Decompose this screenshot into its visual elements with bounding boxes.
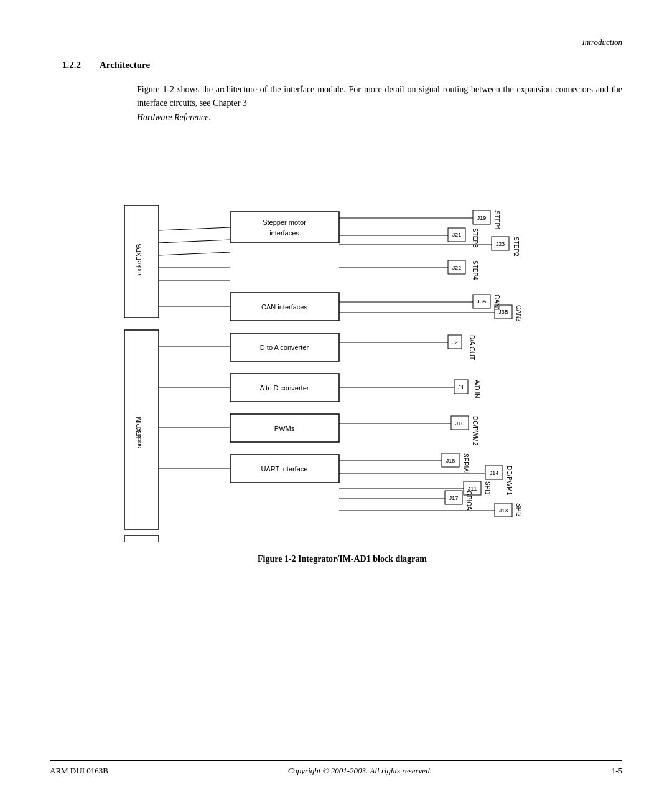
svg-text:socket: socket (136, 430, 142, 448)
svg-text:interfaces: interfaces (269, 229, 299, 237)
page-footer: ARM DUI 0163B Copyright © 2001-2003. All… (50, 760, 622, 776)
section-heading: 1.2.2 Architecture (62, 60, 622, 70)
svg-text:J21: J21 (452, 232, 462, 238)
svg-text:J17: J17 (449, 495, 459, 501)
block-diagram: .diag-text { font-family: Arial, sans-se… (100, 143, 622, 542)
svg-text:A/D IN: A/D IN (474, 380, 480, 398)
svg-text:J1: J1 (458, 384, 464, 390)
svg-text:J14: J14 (490, 470, 499, 476)
section-title: Architecture (100, 60, 150, 70)
svg-text:PWMs: PWMs (274, 425, 295, 432)
svg-text:Stepper motor: Stepper motor (263, 219, 306, 226)
svg-text:J19: J19 (477, 215, 487, 221)
footer-left: ARM DUI 0163B (50, 766, 108, 776)
svg-line-8 (159, 252, 230, 255)
svg-text:SERIAL: SERIAL (462, 453, 469, 476)
svg-text:socket: socket (136, 259, 142, 277)
svg-text:D to A converter: D to A converter (260, 344, 309, 351)
page-container: Introduction 1.2.2 Architecture Figure 1… (0, 0, 672, 807)
svg-text:J3B: J3B (498, 309, 508, 315)
svg-text:CAN interfaces: CAN interfaces (261, 303, 307, 311)
figure-caption: Figure 1-2 Integrator/IM-AD1 block diagr… (62, 554, 622, 564)
svg-text:CAN2: CAN2 (515, 305, 522, 322)
svg-text:DC/PWM1: DC/PWM1 (506, 466, 513, 496)
body-text: Figure 1-2 shows the architecture of the… (137, 83, 622, 125)
svg-line-6 (159, 227, 230, 230)
svg-rect-85 (124, 536, 159, 542)
svg-rect-3 (230, 212, 339, 243)
svg-line-7 (159, 240, 230, 243)
svg-text:J10: J10 (455, 420, 465, 427)
svg-text:J22: J22 (452, 265, 462, 271)
svg-text:A to D converter: A to D converter (260, 384, 309, 392)
svg-text:STEP2: STEP2 (513, 237, 520, 257)
svg-text:J3A: J3A (477, 298, 487, 304)
svg-text:STEP4: STEP4 (472, 260, 478, 280)
svg-text:GPIOA: GPIOA (465, 491, 472, 511)
header-title: Introduction (582, 37, 622, 47)
body-paragraph: Figure 1-2 shows the architecture of the… (137, 83, 622, 125)
diagram-svg: .diag-text { font-family: Arial, sans-se… (106, 143, 616, 542)
section-number: 1.2.2 (62, 60, 81, 70)
svg-text:D/A OUT: D/A OUT (469, 335, 475, 360)
svg-text:SPI2: SPI2 (515, 503, 522, 517)
svg-text:DC/PWM2: DC/PWM2 (472, 416, 478, 446)
svg-text:J18: J18 (446, 458, 455, 464)
svg-text:SPI1: SPI1 (484, 481, 491, 495)
svg-text:UART interface: UART interface (261, 465, 308, 473)
svg-text:J23: J23 (496, 241, 505, 247)
footer-center: Copyright © 2001-2003. All rights reserv… (288, 766, 432, 776)
svg-text:STEP1: STEP1 (493, 210, 500, 230)
footer-right: 1-5 (612, 766, 622, 776)
svg-text:J13: J13 (499, 507, 508, 514)
svg-text:EXPB: EXPB (136, 244, 142, 261)
svg-text:J2: J2 (452, 339, 458, 346)
page-header: Introduction (62, 37, 622, 47)
